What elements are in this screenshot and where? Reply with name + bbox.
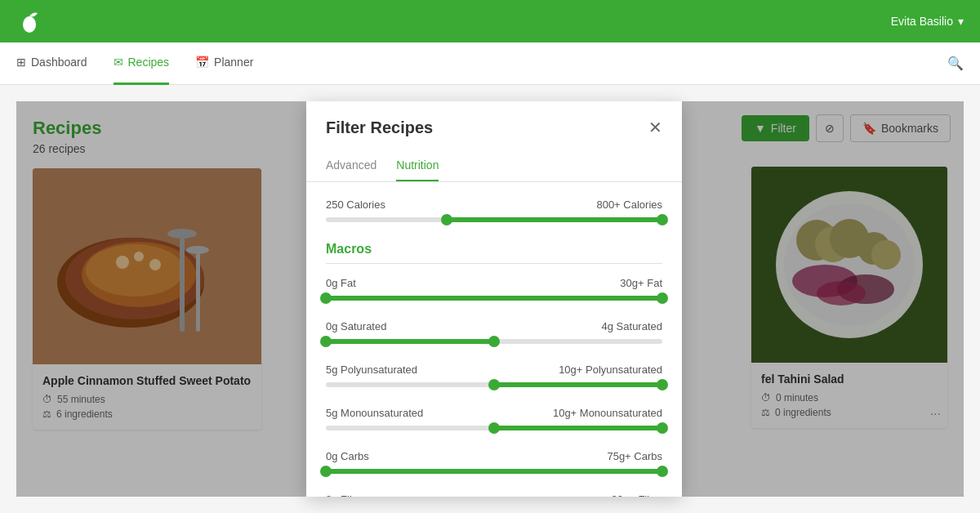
nav-recipes-label: Recipes bbox=[128, 56, 170, 69]
polyunsaturated-max-label: 10g+ Polyunsaturated bbox=[559, 364, 662, 376]
saturated-slider-row: 0g Saturated 4g Saturated bbox=[326, 320, 662, 344]
nav-dashboard-label: Dashboard bbox=[31, 56, 87, 69]
monounsaturated-thumb-2[interactable] bbox=[657, 422, 668, 434]
saturated-thumb-2[interactable] bbox=[488, 336, 500, 347]
polyunsaturated-slider-track[interactable] bbox=[326, 382, 662, 387]
fat-slider-fill bbox=[326, 296, 662, 301]
calories-min-label: 250 Calories bbox=[326, 199, 385, 211]
monounsaturated-thumb-1[interactable] bbox=[488, 422, 500, 434]
polyunsaturated-slider-row: 5g Polyunsaturated 10g+ Polyunsaturated bbox=[326, 364, 662, 387]
fiber-min-label: 8g Fiber bbox=[326, 493, 365, 497]
carbs-thumb-1[interactable] bbox=[320, 466, 332, 477]
monounsaturated-max-label: 10g+ Monounsaturated bbox=[553, 407, 662, 419]
calories-slider-fill bbox=[447, 217, 662, 222]
polyunsaturated-thumb-2[interactable] bbox=[657, 379, 668, 390]
macros-title: Macros bbox=[326, 242, 662, 264]
recipes-icon: ✉ bbox=[114, 56, 123, 69]
saturated-min-label: 0g Saturated bbox=[326, 320, 386, 332]
monounsaturated-slider-track[interactable] bbox=[326, 426, 662, 430]
chevron-down-icon: ▾ bbox=[958, 15, 964, 28]
carbs-slider-track[interactable] bbox=[326, 469, 662, 474]
saturated-labels: 0g Saturated 4g Saturated bbox=[326, 320, 662, 332]
calories-labels: 250 Calories 800+ Calories bbox=[326, 199, 662, 211]
polyunsaturated-slider-fill bbox=[494, 382, 662, 387]
saturated-max-label: 4g Saturated bbox=[602, 320, 662, 332]
monounsaturated-labels: 5g Monounsaturated 10g+ Monounsaturated bbox=[326, 407, 662, 419]
nav-planner-label: Planner bbox=[214, 56, 253, 69]
monounsaturated-min-label: 5g Monounsaturated bbox=[326, 407, 423, 419]
calories-max-label: 800+ Calories bbox=[596, 199, 662, 211]
nav-dashboard[interactable]: ⊞ Dashboard bbox=[16, 42, 87, 85]
modal-title: Filter Recipes bbox=[326, 118, 433, 137]
dashboard-icon: ⊞ bbox=[16, 56, 26, 69]
polyunsaturated-min-label: 5g Polyunsaturated bbox=[326, 364, 417, 376]
logo-area bbox=[16, 8, 42, 34]
planner-icon: 📅 bbox=[195, 56, 209, 69]
fat-thumb-2[interactable] bbox=[657, 292, 668, 304]
top-nav: Evita Basilio ▾ bbox=[0, 0, 980, 42]
fiber-labels: 8g Fiber 20g+ Fiber bbox=[326, 493, 662, 497]
saturated-slider-fill bbox=[326, 339, 494, 344]
calories-slider-row: 250 Calories 800+ Calories bbox=[326, 199, 662, 222]
fat-thumb-1[interactable] bbox=[320, 292, 332, 304]
monounsaturated-slider-row: 5g Monounsaturated 10g+ Monounsaturated bbox=[326, 407, 662, 430]
search-icon[interactable]: 🔍 bbox=[947, 56, 964, 71]
modal-close-button[interactable]: ✕ bbox=[648, 118, 662, 137]
second-nav: ⊞ Dashboard ✉ Recipes 📅 Planner 🔍 bbox=[0, 42, 980, 85]
tab-advanced-label: Advanced bbox=[326, 158, 376, 172]
main-content: Recipes 26 recipes ▼ Filter ⊘ 🔖 Bookmark… bbox=[0, 85, 980, 513]
logo-icon bbox=[16, 8, 42, 34]
saturated-slider-track[interactable] bbox=[326, 339, 662, 344]
user-menu[interactable]: Evita Basilio ▾ bbox=[891, 15, 964, 28]
fiber-slider-row: 8g Fiber 20g+ Fiber bbox=[326, 493, 662, 497]
svg-point-0 bbox=[23, 16, 36, 33]
calories-slider-track[interactable] bbox=[326, 217, 662, 222]
carbs-labels: 0g Carbs 75g+ Carbs bbox=[326, 450, 662, 462]
user-name: Evita Basilio bbox=[891, 15, 953, 28]
polyunsaturated-thumb-1[interactable] bbox=[488, 379, 500, 390]
recipe-panel: Recipes 26 recipes ▼ Filter ⊘ 🔖 Bookmark… bbox=[16, 101, 964, 497]
calories-thumb-1[interactable] bbox=[441, 214, 452, 225]
modal-body: 250 Calories 800+ Calories Macros bbox=[306, 182, 682, 497]
carbs-thumb-2[interactable] bbox=[657, 466, 668, 477]
calories-thumb-2[interactable] bbox=[657, 214, 668, 225]
nav-recipes[interactable]: ✉ Recipes bbox=[114, 42, 170, 85]
polyunsaturated-labels: 5g Polyunsaturated 10g+ Polyunsaturated bbox=[326, 364, 662, 376]
fat-max-label: 30g+ Fat bbox=[620, 277, 662, 289]
carbs-slider-fill bbox=[326, 469, 662, 474]
carbs-slider-row: 0g Carbs 75g+ Carbs bbox=[326, 450, 662, 474]
modal-header: Filter Recipes ✕ bbox=[306, 101, 682, 150]
monounsaturated-slider-fill bbox=[494, 426, 662, 430]
fat-slider-track[interactable] bbox=[326, 296, 662, 301]
fat-slider-row: 0g Fat 30g+ Fat bbox=[326, 277, 662, 301]
tab-advanced[interactable]: Advanced bbox=[326, 150, 376, 181]
filter-modal: Filter Recipes ✕ Advanced Nutrition bbox=[306, 101, 682, 497]
nav-planner[interactable]: 📅 Planner bbox=[195, 42, 253, 85]
tab-nutrition[interactable]: Nutrition bbox=[396, 150, 439, 181]
fat-min-label: 0g Fat bbox=[326, 277, 356, 289]
tab-nutrition-label: Nutrition bbox=[396, 158, 439, 172]
carbs-min-label: 0g Carbs bbox=[326, 450, 369, 462]
fiber-max-label: 20g+ Fiber bbox=[611, 493, 662, 497]
saturated-thumb-1[interactable] bbox=[320, 336, 332, 347]
fat-labels: 0g Fat 30g+ Fat bbox=[326, 277, 662, 289]
modal-overlay: Filter Recipes ✕ Advanced Nutrition bbox=[16, 101, 964, 497]
modal-tabs: Advanced Nutrition bbox=[306, 150, 682, 182]
carbs-max-label: 75g+ Carbs bbox=[607, 450, 662, 462]
